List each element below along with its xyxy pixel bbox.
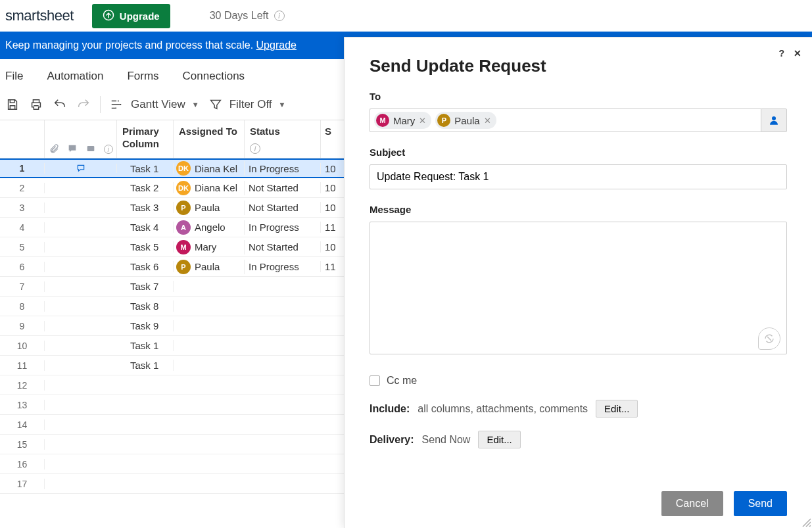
cell-start[interactable]: 10 xyxy=(321,241,341,252)
row-number[interactable]: 12 xyxy=(0,380,45,391)
cell-primary[interactable]: Task 7 xyxy=(117,281,174,292)
cell-primary[interactable]: Task 3 xyxy=(117,202,174,213)
assignee-name: Paula xyxy=(195,261,220,272)
svg-rect-1 xyxy=(87,146,94,151)
row-number[interactable]: 5 xyxy=(0,242,45,252)
svg-line-2 xyxy=(767,337,771,341)
recipients-row: MMary✕PPaula✕ xyxy=(370,108,787,132)
upgrade-label: Upgrade xyxy=(120,11,160,22)
cell-assigned[interactable]: DKDiana Kel xyxy=(174,181,245,195)
menu-file[interactable]: File xyxy=(5,70,23,83)
close-icon[interactable]: ✕ xyxy=(794,48,801,59)
svg-line-5 xyxy=(809,525,811,527)
row-actions xyxy=(45,164,117,173)
row-number[interactable]: 14 xyxy=(0,420,45,430)
cell-status[interactable]: Not Started xyxy=(245,182,321,193)
menu-automation[interactable]: Automation xyxy=(47,70,103,83)
row-number[interactable]: 17 xyxy=(0,479,45,489)
cell-primary[interactable]: Task 8 xyxy=(117,300,174,312)
col-header-status[interactable]: Status i xyxy=(245,120,321,158)
resize-grip-icon[interactable] xyxy=(800,516,811,527)
row-number[interactable]: 9 xyxy=(0,321,45,331)
subject-input[interactable] xyxy=(370,164,787,189)
avatar: DK xyxy=(176,161,191,176)
row-number[interactable]: 11 xyxy=(0,360,45,371)
col-header-rowactions: i xyxy=(45,120,117,158)
cancel-button[interactable]: Cancel xyxy=(661,491,723,516)
cell-primary[interactable]: Task 6 xyxy=(117,261,174,272)
menu-connections[interactable]: Connections xyxy=(183,70,245,83)
print-icon[interactable] xyxy=(29,97,43,112)
cc-me-checkbox[interactable] xyxy=(370,375,380,386)
col-header-assigned[interactable]: Assigned To xyxy=(174,120,245,158)
cell-start[interactable]: 11 xyxy=(321,222,341,233)
row-number[interactable]: 4 xyxy=(0,222,45,233)
cell-status[interactable]: In Progress xyxy=(245,222,321,233)
cell-primary[interactable]: Task 4 xyxy=(117,222,174,233)
row-number[interactable]: 6 xyxy=(0,262,45,272)
message-textarea[interactable] xyxy=(370,222,787,354)
caret-down-icon: ▼ xyxy=(279,101,286,108)
delivery-edit-button[interactable]: Edit... xyxy=(478,431,520,448)
row-number[interactable]: 1 xyxy=(0,163,45,174)
cell-assigned[interactable]: PPaula xyxy=(174,260,245,274)
cell-primary[interactable]: Task 9 xyxy=(117,320,174,331)
col-header-start[interactable]: S xyxy=(321,120,341,158)
brand-logo: smartsheet xyxy=(5,7,74,24)
cell-status[interactable]: Not Started xyxy=(245,241,321,252)
cell-status[interactable]: Not Started xyxy=(245,202,321,213)
cell-start[interactable]: 11 xyxy=(321,261,341,272)
col-header-primary[interactable]: Primary Column xyxy=(117,120,174,158)
assignee-name: Paula xyxy=(195,202,220,213)
cell-primary[interactable]: Task 5 xyxy=(117,241,174,252)
recipient-chip[interactable]: PPaula✕ xyxy=(435,112,496,129)
row-number[interactable]: 15 xyxy=(0,439,45,450)
undo-icon[interactable] xyxy=(53,97,67,112)
avatar: P xyxy=(176,260,191,274)
cell-assigned[interactable]: MMary xyxy=(174,240,245,254)
remove-recipient-icon[interactable]: ✕ xyxy=(419,116,426,126)
row-number[interactable]: 8 xyxy=(0,301,45,312)
include-edit-button[interactable]: Edit... xyxy=(596,400,638,418)
col-header-rownum xyxy=(0,120,45,158)
cell-assigned[interactable]: DKDiana Kel xyxy=(174,161,245,176)
cell-status[interactable]: In Progress xyxy=(245,261,321,272)
cell-primary[interactable]: Task 1 xyxy=(117,340,174,351)
comment-icon[interactable] xyxy=(76,164,86,173)
view-switcher[interactable]: Gantt View ▼ xyxy=(110,97,199,112)
cell-start[interactable]: 10 xyxy=(321,202,341,213)
cell-primary[interactable]: Task 1 xyxy=(117,360,174,371)
send-button[interactable]: Send xyxy=(734,491,787,516)
avatar: P xyxy=(437,114,450,127)
row-number[interactable]: 7 xyxy=(0,281,45,292)
reminder-icon: i xyxy=(104,145,113,154)
row-number[interactable]: 13 xyxy=(0,400,45,410)
cell-assigned[interactable]: PPaula xyxy=(174,201,245,215)
cell-start[interactable]: 10 xyxy=(321,163,341,174)
row-number[interactable]: 2 xyxy=(0,183,45,193)
menu-forms[interactable]: Forms xyxy=(127,70,158,83)
cell-primary[interactable]: Task 1 xyxy=(117,163,174,174)
row-number[interactable]: 10 xyxy=(0,341,45,351)
banner-upgrade-link[interactable]: Upgrade xyxy=(256,39,297,51)
row-number[interactable]: 16 xyxy=(0,459,45,469)
filter-label: Filter Off xyxy=(229,98,272,111)
grammar-icon[interactable] xyxy=(758,327,780,350)
filter-toggle[interactable]: Filter Off ▼ xyxy=(208,97,286,112)
cell-assigned[interactable]: AAngelo xyxy=(174,220,245,235)
contact-picker-button[interactable] xyxy=(761,108,787,132)
redo-icon[interactable] xyxy=(76,97,91,112)
filter-icon xyxy=(208,97,223,112)
help-icon[interactable]: ? xyxy=(778,48,784,59)
cell-status[interactable]: In Progress xyxy=(245,163,321,174)
recipient-chip[interactable]: MMary✕ xyxy=(374,112,431,129)
recipients-input[interactable]: MMary✕PPaula✕ xyxy=(370,108,761,132)
info-icon[interactable]: i xyxy=(274,11,285,21)
save-icon[interactable] xyxy=(5,97,20,112)
row-number[interactable]: 3 xyxy=(0,203,45,213)
cell-primary[interactable]: Task 2 xyxy=(117,182,174,193)
remove-recipient-icon[interactable]: ✕ xyxy=(484,116,491,126)
cell-start[interactable]: 10 xyxy=(321,182,341,193)
avatar: DK xyxy=(176,181,191,195)
upgrade-button[interactable]: Upgrade xyxy=(92,4,170,28)
